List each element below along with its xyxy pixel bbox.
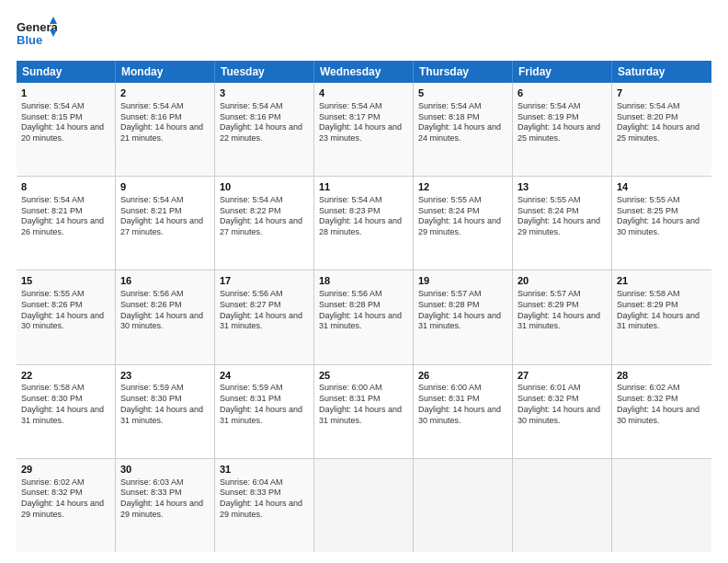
calendar-cell: 17Sunrise: 5:56 AM Sunset: 8:27 PM Dayli… <box>215 270 314 363</box>
day-number: 26 <box>418 369 507 383</box>
calendar-cell: 2Sunrise: 5:54 AM Sunset: 8:16 PM Daylig… <box>116 83 215 176</box>
day-number: 11 <box>319 180 408 194</box>
calendar-cell <box>314 459 414 552</box>
day-number: 10 <box>220 180 309 194</box>
calendar-cell: 6Sunrise: 5:54 AM Sunset: 8:19 PM Daylig… <box>513 83 612 176</box>
page: General Blue SundayMondayTuesdayWednesda… <box>0 0 728 563</box>
calendar-week-row: 29Sunrise: 6:02 AM Sunset: 8:32 PM Dayli… <box>17 459 711 552</box>
calendar-cell: 22Sunrise: 5:58 AM Sunset: 8:30 PM Dayli… <box>17 365 116 458</box>
calendar-day-header: Saturday <box>612 61 711 83</box>
day-number: 24 <box>220 369 309 383</box>
day-number: 12 <box>418 180 507 194</box>
day-number: 23 <box>120 369 210 383</box>
day-info: Sunrise: 5:54 AM Sunset: 8:23 PM Dayligh… <box>319 195 408 238</box>
day-info: Sunrise: 5:54 AM Sunset: 8:16 PM Dayligh… <box>220 101 309 144</box>
calendar-cell: 5Sunrise: 5:54 AM Sunset: 8:18 PM Daylig… <box>414 83 513 176</box>
svg-text:Blue: Blue <box>17 33 42 47</box>
day-info: Sunrise: 5:54 AM Sunset: 8:16 PM Dayligh… <box>120 101 210 144</box>
day-info: Sunrise: 5:58 AM Sunset: 8:29 PM Dayligh… <box>617 289 707 332</box>
day-info: Sunrise: 5:58 AM Sunset: 8:30 PM Dayligh… <box>21 383 110 426</box>
calendar-body: 1Sunrise: 5:54 AM Sunset: 8:15 PM Daylig… <box>17 83 711 552</box>
calendar-cell: 14Sunrise: 5:55 AM Sunset: 8:25 PM Dayli… <box>612 177 711 270</box>
calendar-cell: 25Sunrise: 6:00 AM Sunset: 8:31 PM Dayli… <box>314 365 414 458</box>
day-info: Sunrise: 5:55 AM Sunset: 8:25 PM Dayligh… <box>617 195 707 238</box>
day-info: Sunrise: 6:02 AM Sunset: 8:32 PM Dayligh… <box>21 477 110 521</box>
day-number: 8 <box>21 180 110 194</box>
day-number: 3 <box>220 86 309 100</box>
header: General Blue <box>17 17 711 52</box>
day-info: Sunrise: 5:57 AM Sunset: 8:29 PM Dayligh… <box>518 289 607 332</box>
calendar-cell: 24Sunrise: 5:59 AM Sunset: 8:31 PM Dayli… <box>215 365 314 458</box>
day-number: 1 <box>21 86 110 100</box>
calendar-cell: 10Sunrise: 5:54 AM Sunset: 8:22 PM Dayli… <box>215 177 314 270</box>
day-info: Sunrise: 6:02 AM Sunset: 8:32 PM Dayligh… <box>617 383 707 426</box>
day-info: Sunrise: 5:55 AM Sunset: 8:24 PM Dayligh… <box>418 195 507 238</box>
calendar: SundayMondayTuesdayWednesdayThursdayFrid… <box>17 61 711 552</box>
day-info: Sunrise: 5:54 AM Sunset: 8:17 PM Dayligh… <box>319 101 408 144</box>
day-number: 19 <box>418 274 507 288</box>
day-number: 15 <box>21 274 110 288</box>
day-info: Sunrise: 5:59 AM Sunset: 8:31 PM Dayligh… <box>220 383 309 426</box>
calendar-cell: 12Sunrise: 5:55 AM Sunset: 8:24 PM Dayli… <box>414 177 513 270</box>
day-number: 30 <box>120 463 210 477</box>
calendar-cell: 4Sunrise: 5:54 AM Sunset: 8:17 PM Daylig… <box>314 83 414 176</box>
day-info: Sunrise: 5:55 AM Sunset: 8:24 PM Dayligh… <box>518 195 607 238</box>
calendar-cell: 18Sunrise: 5:56 AM Sunset: 8:28 PM Dayli… <box>314 270 414 363</box>
day-info: Sunrise: 5:55 AM Sunset: 8:26 PM Dayligh… <box>21 289 110 332</box>
calendar-cell: 20Sunrise: 5:57 AM Sunset: 8:29 PM Dayli… <box>513 270 612 363</box>
calendar-cell: 27Sunrise: 6:01 AM Sunset: 8:32 PM Dayli… <box>513 365 612 458</box>
day-info: Sunrise: 5:59 AM Sunset: 8:30 PM Dayligh… <box>120 383 210 426</box>
day-number: 14 <box>617 180 707 194</box>
calendar-week-row: 22Sunrise: 5:58 AM Sunset: 8:30 PM Dayli… <box>17 365 711 459</box>
day-info: Sunrise: 6:03 AM Sunset: 8:33 PM Dayligh… <box>120 477 210 521</box>
day-number: 27 <box>518 369 607 383</box>
calendar-cell: 19Sunrise: 5:57 AM Sunset: 8:28 PM Dayli… <box>414 270 513 363</box>
calendar-cell: 26Sunrise: 6:00 AM Sunset: 8:31 PM Dayli… <box>414 365 513 458</box>
calendar-day-header: Tuesday <box>215 61 314 83</box>
calendar-header: SundayMondayTuesdayWednesdayThursdayFrid… <box>17 61 711 83</box>
calendar-week-row: 15Sunrise: 5:55 AM Sunset: 8:26 PM Dayli… <box>17 270 711 364</box>
calendar-cell: 8Sunrise: 5:54 AM Sunset: 8:21 PM Daylig… <box>17 177 116 270</box>
calendar-week-row: 1Sunrise: 5:54 AM Sunset: 8:15 PM Daylig… <box>17 83 711 177</box>
day-number: 21 <box>617 274 707 288</box>
calendar-cell <box>612 459 711 552</box>
day-number: 2 <box>120 86 210 100</box>
day-number: 5 <box>418 86 507 100</box>
day-number: 20 <box>518 274 607 288</box>
day-info: Sunrise: 5:54 AM Sunset: 8:22 PM Dayligh… <box>220 195 309 238</box>
day-info: Sunrise: 6:01 AM Sunset: 8:32 PM Dayligh… <box>518 383 607 426</box>
calendar-cell: 23Sunrise: 5:59 AM Sunset: 8:30 PM Dayli… <box>116 365 215 458</box>
calendar-cell: 29Sunrise: 6:02 AM Sunset: 8:32 PM Dayli… <box>17 459 116 552</box>
day-info: Sunrise: 5:54 AM Sunset: 8:21 PM Dayligh… <box>120 195 210 238</box>
calendar-cell: 9Sunrise: 5:54 AM Sunset: 8:21 PM Daylig… <box>116 177 215 270</box>
calendar-week-row: 8Sunrise: 5:54 AM Sunset: 8:21 PM Daylig… <box>17 177 711 270</box>
calendar-cell <box>414 459 513 552</box>
calendar-cell: 11Sunrise: 5:54 AM Sunset: 8:23 PM Dayli… <box>314 177 414 270</box>
day-info: Sunrise: 5:54 AM Sunset: 8:20 PM Dayligh… <box>617 101 707 144</box>
day-number: 29 <box>21 463 110 477</box>
day-number: 25 <box>319 369 408 383</box>
day-number: 31 <box>220 463 309 477</box>
calendar-cell <box>513 459 612 552</box>
day-number: 18 <box>319 274 408 288</box>
calendar-day-header: Thursday <box>414 61 513 83</box>
day-info: Sunrise: 5:54 AM Sunset: 8:21 PM Dayligh… <box>21 195 110 238</box>
calendar-day-header: Friday <box>513 61 612 83</box>
day-info: Sunrise: 5:54 AM Sunset: 8:15 PM Dayligh… <box>21 101 110 144</box>
day-number: 6 <box>518 86 607 100</box>
day-number: 4 <box>319 86 408 100</box>
day-info: Sunrise: 5:56 AM Sunset: 8:26 PM Dayligh… <box>120 289 210 332</box>
day-number: 16 <box>120 274 210 288</box>
day-info: Sunrise: 6:00 AM Sunset: 8:31 PM Dayligh… <box>418 383 507 426</box>
calendar-day-header: Sunday <box>17 61 116 83</box>
calendar-cell: 1Sunrise: 5:54 AM Sunset: 8:15 PM Daylig… <box>17 83 116 176</box>
calendar-cell: 21Sunrise: 5:58 AM Sunset: 8:29 PM Dayli… <box>612 270 711 363</box>
calendar-day-header: Wednesday <box>314 61 414 83</box>
day-number: 28 <box>617 369 707 383</box>
calendar-day-header: Monday <box>116 61 215 83</box>
calendar-cell: 16Sunrise: 5:56 AM Sunset: 8:26 PM Dayli… <box>116 270 215 363</box>
day-info: Sunrise: 5:56 AM Sunset: 8:27 PM Dayligh… <box>220 289 309 332</box>
day-number: 7 <box>617 86 707 100</box>
calendar-cell: 13Sunrise: 5:55 AM Sunset: 8:24 PM Dayli… <box>513 177 612 270</box>
calendar-cell: 30Sunrise: 6:03 AM Sunset: 8:33 PM Dayli… <box>116 459 215 552</box>
